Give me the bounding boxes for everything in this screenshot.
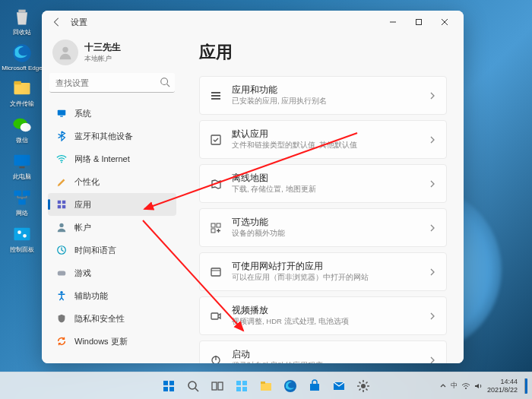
sidebar-item-label: Windows 更新 [74,336,128,347]
card-apps-features[interactable]: 应用和功能已安装的应用, 应用执行别名 [199,76,447,115]
desktop-icon-network[interactable]: 网络 [6,187,38,217]
svg-line-49 [195,388,198,391]
card-subtitle: 已安装的应用, 应用执行别名 [232,97,419,106]
date: 2021/8/22 [487,386,518,394]
wifi-icon[interactable] [461,382,470,390]
card-title: 启动 [232,349,419,360]
taskbar-mail[interactable] [328,375,350,397]
chevron-right-icon [428,268,437,277]
card-video-playback[interactable]: 视频播放视频调整, HDR 流式处理, 电池选项 [199,296,447,335]
card-title: 视频播放 [232,305,419,316]
user-block[interactable]: 十三先生 本地帐户 [48,36,176,73]
sidebar-item-system[interactable]: 系统 [48,102,176,125]
svg-rect-19 [57,110,65,116]
desktop-icon-label: 控制面板 [10,245,34,254]
sidebar-item-time-language[interactable]: 时间和语言 [48,239,176,261]
page-title: 应用 [199,41,447,64]
card-title: 应用和功能 [232,84,419,96]
nav: 系统蓝牙和其他设备网络 & Internet个性化应用帐户时间和语言游戏辅助功能… [48,102,176,353]
desktop-icon-this-pc[interactable]: 此电脑 [6,150,38,181]
maximize-button[interactable] [406,11,432,33]
sidebar-item-accessibility[interactable]: 辅助功能 [48,284,176,307]
network-icon [11,187,33,208]
desktop-icon-label: 网络 [16,209,28,217]
control-panel-icon [11,223,33,245]
search-input[interactable] [49,73,175,93]
back-button[interactable] [48,13,66,31]
sidebar-item-personalization[interactable]: 个性化 [48,170,176,193]
sidebar-item-label: 系统 [74,108,91,119]
card-title: 可使用网站打开的应用 [232,261,419,272]
sidebar-item-apps[interactable]: 应用 [48,193,176,216]
taskbar-search[interactable] [182,375,204,397]
sidebar-item-label: 时间和语言 [74,245,116,256]
card-apps-websites[interactable]: 可使用网站打开的应用可以在应用（而非浏览器）中打开的网站 [199,252,447,291]
clock[interactable]: 14:44 2021/8/22 [487,378,518,394]
desktop-icon-file-transfer[interactable]: 文件传输 [6,78,38,108]
svg-point-29 [60,291,63,294]
apps-icon [55,199,67,211]
sidebar-item-network[interactable]: 网络 & Internet [48,147,176,170]
desktop-icon-control-panel[interactable]: 控制面板 [6,223,38,254]
desktop-icon-wechat[interactable]: 微信 [6,114,38,144]
svg-point-16 [62,47,68,52]
sidebar-item-update[interactable]: Windows 更新 [48,330,176,353]
privacy-icon [55,313,67,325]
card-subtitle: 下载, 存储位置, 地图更新 [232,185,419,195]
sidebar-item-accounts[interactable]: 帐户 [48,216,176,239]
svg-rect-59 [310,384,319,391]
personalization-icon [55,176,67,188]
system-icon [55,108,67,119]
chevron-right-icon [428,179,437,188]
window-title: 设置 [71,17,87,28]
system-tray: 中 14:44 2021/8/22 [439,378,527,394]
card-offline-maps[interactable]: 离线地图下载, 存储位置, 地图更新 [199,164,447,203]
svg-point-12 [17,230,21,234]
svg-rect-30 [211,92,220,93]
settings-window: 设置 十三先生 本地帐户 系统蓝牙和其他设备网络 & Internet个性化应用… [42,11,464,363]
taskbar-edge[interactable] [280,375,301,397]
svg-rect-36 [211,229,215,233]
svg-rect-22 [57,201,60,204]
close-button[interactable] [432,11,458,33]
desktop-icon-edge[interactable]: Microsoft Edge [6,43,38,71]
svg-point-17 [161,78,168,85]
desktop-icon-recycle-bin[interactable]: 回收站 [6,6,38,36]
sidebar-item-bluetooth[interactable]: 蓝牙和其他设备 [48,125,176,147]
svg-rect-57 [261,382,265,384]
svg-line-18 [167,84,170,87]
chevron-right-icon [428,356,437,364]
desktop-icons: 回收站Microsoft Edge文件传输微信此电脑网络控制面板 [6,6,38,254]
svg-rect-8 [14,191,21,196]
taskbar-settings[interactable] [353,375,374,397]
svg-point-61 [361,384,366,388]
taskbar-explorer[interactable] [255,375,277,397]
taskbar-store[interactable] [304,375,325,397]
ime-indicator[interactable]: 中 [451,381,458,391]
svg-rect-37 [211,268,220,276]
volume-icon[interactable] [474,382,483,390]
svg-point-13 [23,234,27,238]
user-name: 十三先生 [84,41,121,54]
card-subtitle: 视频调整, HDR 流式处理, 电池选项 [232,317,419,327]
svg-rect-56 [261,383,271,391]
taskbar-start[interactable] [158,375,179,397]
sidebar-item-gaming[interactable]: 游戏 [48,261,176,284]
search-icon [160,77,170,87]
card-startup[interactable]: 启动登录时自动启动的应用程序 [199,340,447,363]
minimize-button[interactable] [380,11,406,33]
card-optional-features[interactable]: 可选功能设备的额外功能 [199,208,447,247]
accessibility-icon [55,290,67,302]
tray-chevron-icon[interactable] [439,382,447,390]
svg-rect-7 [20,166,25,168]
sidebar: 十三先生 本地帐户 系统蓝牙和其他设备网络 & Internet个性化应用帐户时… [42,33,182,363]
card-subtitle: 登录时自动启动的应用程序 [232,361,419,363]
svg-rect-52 [236,381,241,385]
svg-rect-23 [62,201,65,204]
taskbar-taskview[interactable] [207,375,228,397]
card-default-apps[interactable]: 默认应用文件和链接类型的默认值, 其他默认值 [199,120,447,159]
notification-button[interactable] [524,378,527,394]
sidebar-item-privacy[interactable]: 隐私和安全性 [48,307,176,330]
desktop-icon-label: 微信 [16,136,28,144]
taskbar-widgets[interactable] [231,375,252,397]
